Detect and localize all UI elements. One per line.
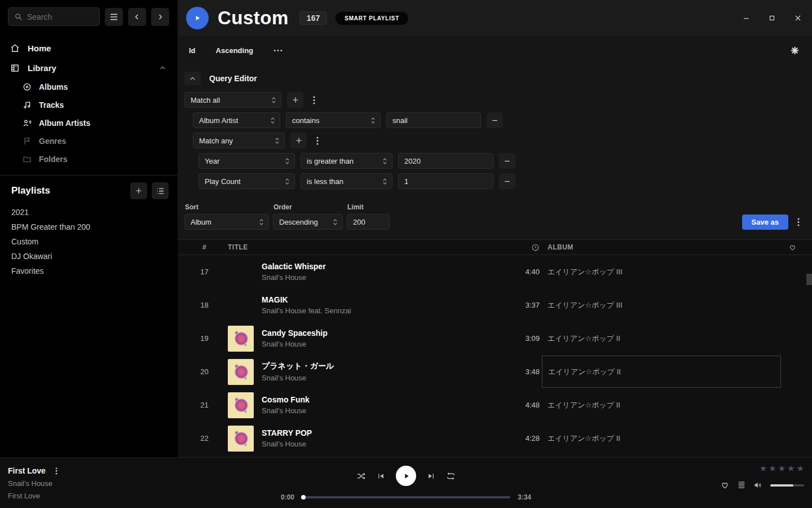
more-options-button[interactable] bbox=[273, 49, 283, 52]
collapse-query-editor-button[interactable] bbox=[184, 72, 201, 85]
track-row[interactable]: 18 MAGIK Snail's House feat. Sennzai 3:3… bbox=[178, 288, 812, 322]
rule-operator-select[interactable]: contains bbox=[286, 112, 381, 128]
search-box[interactable] bbox=[8, 7, 100, 26]
star-icon[interactable]: ★ bbox=[778, 463, 785, 474]
previous-button[interactable] bbox=[377, 472, 385, 480]
rule-field-select[interactable]: Album Artist bbox=[193, 112, 280, 128]
rule-value-input[interactable] bbox=[398, 153, 493, 169]
plus-icon bbox=[292, 96, 299, 104]
scrollbar-thumb[interactable] bbox=[806, 274, 812, 285]
track-row[interactable]: 20 プラネット・ガール Snail's House 3:48 エイリアン☆ポッ… bbox=[178, 355, 812, 388]
star-icon[interactable]: ★ bbox=[787, 463, 795, 474]
add-rule-button[interactable] bbox=[287, 92, 303, 108]
queue-button[interactable] bbox=[737, 481, 746, 489]
playlist-item[interactable]: Custom bbox=[0, 234, 178, 249]
minus-icon bbox=[504, 178, 511, 185]
rule-field-select[interactable]: Year bbox=[198, 153, 295, 169]
add-playlist-button[interactable] bbox=[130, 182, 147, 199]
sidebar-item-library[interactable]: Library bbox=[0, 58, 178, 78]
chevron-up-icon[interactable] bbox=[159, 64, 166, 72]
rule-field-select[interactable]: Play Count bbox=[198, 173, 295, 189]
rule-operator-select[interactable]: is greater than bbox=[301, 153, 392, 169]
match-type-select[interactable]: Match all bbox=[184, 92, 281, 108]
list-icon bbox=[156, 187, 165, 195]
flag-icon bbox=[23, 137, 32, 146]
play-playlist-button[interactable] bbox=[186, 7, 209, 29]
album-cell: エイリアン☆ポップ II bbox=[548, 388, 773, 422]
play-pause-button[interactable] bbox=[396, 466, 416, 486]
track-album: エイリアン☆ポップ III bbox=[548, 267, 623, 277]
playlist-item-label: Favorites bbox=[11, 266, 44, 275]
playlist-item[interactable]: DJ Okawari bbox=[0, 249, 178, 264]
sidebar-item-tracks[interactable]: Tracks bbox=[0, 96, 178, 114]
nav-forward-button[interactable] bbox=[151, 8, 169, 26]
playlist-list-button[interactable] bbox=[152, 182, 169, 199]
track-row[interactable]: 21 Cosmo Funk Snail's House 4:48 エイリアン☆ポ… bbox=[178, 388, 812, 422]
track-row[interactable]: 22 STARRY POP Snail's House 4:28 エイリアン☆ポ… bbox=[178, 422, 812, 455]
playlist-item[interactable]: Favorites bbox=[0, 264, 178, 278]
star-icon[interactable]: ★ bbox=[769, 463, 776, 474]
group-menu-button[interactable] bbox=[312, 133, 323, 148]
repeat-button[interactable] bbox=[446, 471, 456, 481]
app-window: Home Library Albums Tracks Al bbox=[0, 0, 812, 508]
sort-bar: Id Ascending bbox=[178, 36, 812, 64]
album-art-thumb bbox=[228, 259, 254, 285]
rule-operator-value: is greater than bbox=[307, 157, 382, 165]
sort-field-button[interactable]: Id bbox=[189, 46, 196, 55]
query-editor: Query Editor Match all Album Artist cont… bbox=[178, 64, 812, 239]
star-icon[interactable]: ★ bbox=[797, 463, 804, 474]
sidebar-item-album-artists[interactable]: Album Artists bbox=[0, 114, 178, 132]
volume-slider[interactable] bbox=[770, 484, 804, 487]
track-duration: 4:48 bbox=[500, 401, 540, 409]
save-menu-button[interactable] bbox=[793, 214, 804, 230]
playlist-item[interactable]: 2021 bbox=[0, 205, 178, 220]
playlist-item-label: 2021 bbox=[11, 208, 29, 217]
track-table: # TITLE ALBUM 17 Galactic Whisper Snail'… bbox=[178, 239, 812, 456]
playlist-item[interactable]: BPM Greater than 200 bbox=[0, 220, 178, 234]
maximize-button[interactable] bbox=[766, 12, 778, 24]
rating-stars[interactable]: ★★★★★ bbox=[720, 463, 804, 474]
sidebar-item-albums[interactable]: Albums bbox=[0, 78, 178, 96]
sidebar-item-folders[interactable]: Folders bbox=[0, 150, 178, 168]
track-row[interactable]: 17 Galactic Whisper Snail's House 4:40 エ… bbox=[178, 255, 812, 288]
menu-button[interactable] bbox=[105, 8, 123, 26]
sidebar-item-genres[interactable]: Genres bbox=[0, 132, 178, 150]
library-icon bbox=[10, 63, 20, 73]
remove-rule-button[interactable] bbox=[499, 153, 515, 169]
favorite-button[interactable] bbox=[720, 480, 730, 490]
rule-group-menu-button[interactable] bbox=[309, 92, 319, 108]
rule-value-input[interactable] bbox=[398, 173, 493, 189]
minimize-button[interactable] bbox=[740, 12, 752, 24]
seek-slider[interactable] bbox=[302, 496, 510, 498]
disc-icon bbox=[23, 82, 32, 91]
track-artist: Snail's House bbox=[262, 406, 492, 415]
star-icon[interactable]: ★ bbox=[760, 463, 767, 474]
group-match-type-select[interactable]: Match any bbox=[193, 133, 285, 148]
limit-input[interactable] bbox=[347, 214, 390, 230]
rule-value-input[interactable] bbox=[386, 112, 481, 128]
track-row[interactable]: 19 Candy Spaceship Snail's House 3:09 エイ… bbox=[178, 322, 812, 355]
sort-direction-button[interactable]: Ascending bbox=[216, 46, 253, 55]
add-group-rule-button[interactable] bbox=[290, 133, 307, 148]
nav-back-button[interactable] bbox=[128, 8, 146, 26]
seek-knob[interactable] bbox=[301, 495, 306, 500]
save-as-button[interactable]: Save as bbox=[742, 214, 788, 230]
next-button[interactable] bbox=[427, 472, 435, 480]
shuffle-button[interactable] bbox=[356, 471, 366, 481]
close-button[interactable] bbox=[792, 12, 804, 24]
query-order-select[interactable]: Descending bbox=[273, 214, 343, 230]
query-sort-select[interactable]: Album bbox=[184, 214, 269, 230]
remove-rule-button[interactable] bbox=[487, 112, 503, 128]
volume-icon[interactable] bbox=[753, 480, 763, 490]
track-count-badge: 167 bbox=[299, 11, 327, 25]
select-caret-icon bbox=[271, 96, 276, 104]
remove-rule-button[interactable] bbox=[499, 173, 515, 189]
player-bar: First Love Snail's House First Love 0:00… bbox=[0, 457, 812, 508]
settings-gear-icon[interactable] bbox=[790, 46, 800, 55]
select-caret-icon bbox=[333, 218, 338, 226]
album-cell: エイリアン☆ポップ II bbox=[548, 422, 773, 455]
sidebar-item-home[interactable]: Home bbox=[0, 38, 178, 58]
search-input[interactable] bbox=[27, 12, 94, 21]
rule-operator-select[interactable]: is less than bbox=[301, 173, 392, 189]
track-number: 22 bbox=[189, 434, 220, 443]
